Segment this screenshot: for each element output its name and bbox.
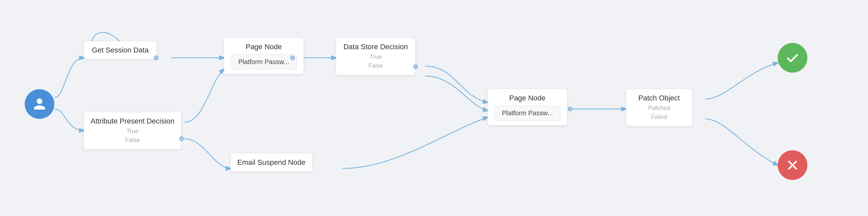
patch-object-title: Patch Object <box>638 94 680 102</box>
page-node-2-inner: Platform Passw... <box>494 106 561 120</box>
check-icon <box>786 51 800 65</box>
connector-data-store-right <box>413 64 418 69</box>
connector-page1-right <box>290 55 295 60</box>
x-icon <box>786 159 799 171</box>
page-node-1-inner: Platform Passw... <box>231 54 297 70</box>
connector-attr-right <box>179 136 184 141</box>
start-node <box>25 89 54 119</box>
patch-object-node: Patch Object PatchedFailed <box>626 89 692 126</box>
patch-object-options: PatchedFailed <box>648 104 670 122</box>
attribute-decision-title: Attribute Present Decision <box>91 117 174 126</box>
page-node-2: Page Node Platform Passw... <box>488 89 567 125</box>
data-store-title: Data Store Decision <box>343 43 408 51</box>
page-node-2-title: Page Node <box>509 94 546 102</box>
page-node-1-title: Page Node <box>246 43 282 51</box>
person-icon <box>33 97 46 111</box>
get-session-data-title: Get Session Data <box>92 46 149 54</box>
attribute-decision-options: TrueFalse <box>125 127 140 145</box>
data-store-decision-node: Data Store Decision TrueFalse <box>336 38 415 75</box>
end-fail-node <box>778 150 807 180</box>
get-session-data-node: Get Session Data <box>84 41 157 59</box>
end-success-node <box>778 43 807 73</box>
attribute-decision-node: Attribute Present Decision TrueFalse <box>84 112 181 149</box>
connector-get-session-right <box>154 55 158 60</box>
email-suspend-node: Email Suspend Node <box>231 154 312 171</box>
data-store-options: TrueFalse <box>368 53 383 70</box>
email-suspend-title: Email Suspend Node <box>237 158 306 167</box>
connector-page2-right <box>568 107 572 111</box>
